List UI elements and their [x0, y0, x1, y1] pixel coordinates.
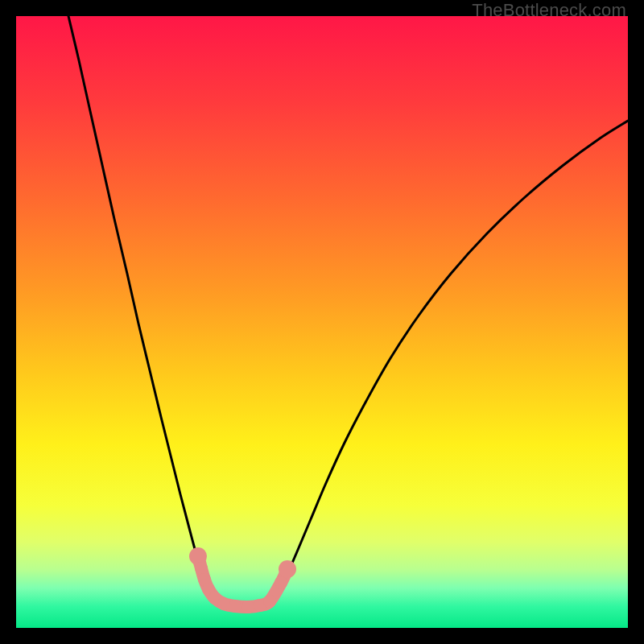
- marker-dot: [275, 576, 287, 589]
- marker-dot: [242, 601, 254, 613]
- marker-dot: [279, 560, 296, 578]
- bottleneck-chart: [16, 16, 628, 628]
- marker-dot: [217, 597, 230, 610]
- marker-dot: [263, 595, 276, 608]
- marker-dot: [229, 600, 242, 613]
- gradient-background: [16, 16, 628, 628]
- marker-dot: [195, 562, 208, 575]
- marker-dot: [189, 547, 207, 565]
- watermark-text: TheBottleneck.com: [472, 0, 626, 21]
